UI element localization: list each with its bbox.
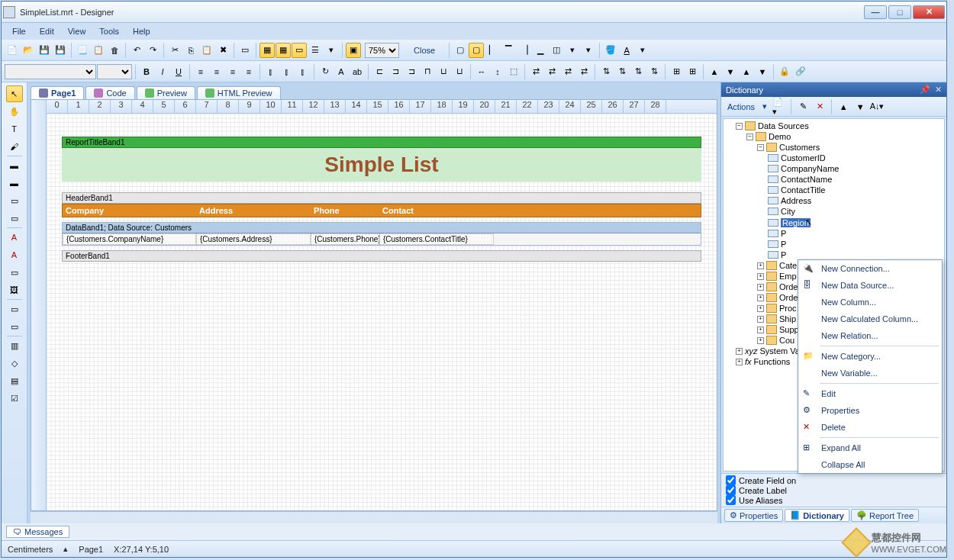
status-units-arrow[interactable]: ▴ — [63, 544, 68, 554]
send-back-icon[interactable]: ▼ — [723, 64, 738, 79]
pin-icon[interactable]: 📌 — [920, 85, 930, 94]
report-title-text[interactable]: Simple List — [62, 148, 701, 182]
ctx-new-column[interactable]: New Column... — [798, 294, 942, 311]
layout-align-center-icon[interactable]: ⊐ — [388, 64, 403, 79]
close-button[interactable]: ✕ — [913, 5, 945, 19]
grid-mode-icon[interactable]: ☰ — [308, 43, 323, 58]
status-units[interactable]: Centimeters — [8, 545, 53, 554]
footer-band[interactable]: FooterBand1 — [62, 250, 701, 262]
fill-color-icon[interactable]: 🪣 — [603, 43, 618, 58]
tab-preview[interactable]: Preview — [137, 86, 195, 99]
same-size-icon[interactable]: ⬚ — [506, 64, 521, 79]
designer-surface[interactable]: 0123456789101112131415161718192021222324… — [31, 99, 717, 511]
text-style-icon[interactable]: ▾ — [635, 43, 650, 58]
border-style-icon[interactable]: ▾ — [581, 43, 596, 58]
new-icon[interactable]: 📄 — [5, 43, 20, 58]
richtext-component-icon[interactable]: ▭ — [6, 264, 23, 281]
ctx-new-connection[interactable]: 🔌New Connection... — [798, 260, 942, 277]
text-tool-icon[interactable]: T — [6, 121, 23, 137]
cross-band-tool-icon[interactable]: ▬ — [6, 175, 23, 191]
rotate-icon[interactable]: ↻ — [317, 64, 333, 79]
save-icon[interactable]: 💾 — [37, 43, 52, 58]
align-center-icon[interactable]: ≡ — [209, 64, 224, 79]
check-use-aliases[interactable]: Use Aliases — [726, 495, 942, 505]
hspace-inc-icon[interactable]: ⇄ — [544, 64, 559, 79]
component-tool-icon[interactable]: ▭ — [6, 192, 23, 209]
band-tool-icon[interactable]: ▬ — [6, 157, 23, 174]
zoom-select[interactable]: 75% — [365, 43, 399, 58]
hand-tool-icon[interactable]: ✋ — [6, 103, 23, 120]
grid-show-icon[interactable]: ▦ — [259, 43, 275, 58]
check-create-label[interactable]: Create Label — [726, 485, 942, 495]
panel-close-icon[interactable]: ✕ — [935, 85, 942, 94]
fontcolor-icon[interactable]: A — [334, 64, 349, 79]
ctx-edit[interactable]: ✎Edit — [798, 385, 942, 402]
border-top-icon[interactable]: ▔ — [501, 43, 516, 58]
valign-top-icon[interactable]: ⫿ — [263, 64, 279, 79]
delpage-icon[interactable]: 🗑 — [107, 43, 122, 58]
layout-align-top-icon[interactable]: ⊓ — [420, 64, 435, 79]
hspace-remove-icon[interactable]: ⇄ — [576, 64, 591, 79]
text-component-icon[interactable]: A — [6, 229, 23, 246]
ctx-collapse-all[interactable]: Collapse All — [798, 456, 942, 473]
hspace-equal-icon[interactable]: ⇄ — [528, 64, 543, 79]
layout-align-right-icon[interactable]: ⊐ — [404, 64, 419, 79]
layout-align-bottom-icon[interactable]: ⊔ — [452, 64, 467, 79]
barcode-component-icon[interactable]: ▥ — [6, 337, 23, 354]
hspace-dec-icon[interactable]: ⇄ — [560, 64, 575, 79]
vspace-equal-icon[interactable]: ⇅ — [598, 64, 614, 79]
header-band[interactable]: Company Address Phone Contact — [62, 204, 701, 217]
move-backward-icon[interactable]: ▼ — [755, 64, 770, 79]
report-page[interactable]: ReportTitleBand1 Simple List HeaderBand1… — [47, 114, 717, 510]
copy-icon[interactable]: ⎘ — [183, 43, 198, 58]
ctx-properties[interactable]: ⚙Properties — [798, 402, 942, 419]
tab-code[interactable]: Code — [85, 86, 134, 99]
bold-icon[interactable]: B — [139, 64, 154, 79]
scrollbar-horizontal[interactable] — [31, 511, 717, 523]
checkbox-component-icon[interactable]: ☑ — [6, 390, 23, 407]
tab-properties[interactable]: ⚙Properties — [724, 509, 783, 522]
undo-icon[interactable]: ↶ — [129, 43, 144, 58]
format-copy-icon[interactable]: 🖌 — [6, 138, 23, 155]
data-band[interactable]: DataBand1; Data Source: Customers {Custo… — [62, 222, 701, 246]
center-horiz-icon[interactable]: ⊞ — [669, 64, 684, 79]
grid-snap-icon[interactable]: ▭ — [292, 43, 307, 58]
align-right-icon[interactable]: ≡ — [225, 64, 240, 79]
panel-component-icon[interactable]: ▭ — [6, 301, 23, 317]
ctx-new-relation[interactable]: New Relation... — [798, 327, 942, 344]
move-up-icon[interactable]: ▲ — [836, 99, 851, 114]
layout-align-left-icon[interactable]: ⊏ — [372, 64, 387, 79]
paste-icon[interactable]: 📋 — [199, 43, 214, 58]
new-item-icon[interactable]: 📄▾ — [772, 99, 787, 114]
tab-dictionary[interactable]: 📘Dictionary — [785, 509, 849, 522]
ctx-expand-all[interactable]: ⊞Expand All — [798, 439, 942, 456]
ctx-new-variable[interactable]: New Variable... — [798, 365, 942, 381]
font-name-select[interactable] — [5, 64, 96, 79]
tab-page1[interactable]: Page1 — [31, 86, 84, 99]
clone-tool-icon[interactable]: ▭ — [6, 210, 23, 227]
border-color-icon[interactable]: ▾ — [565, 43, 580, 58]
underline-icon[interactable]: U — [171, 64, 186, 79]
align-justify-icon[interactable]: ≡ — [241, 64, 256, 79]
newpage-icon[interactable]: 📃 — [75, 43, 90, 58]
grid-options-icon[interactable]: ▾ — [324, 43, 339, 58]
menu-file[interactable]: File — [6, 25, 32, 37]
layout-align-middle-icon[interactable]: ⊔ — [436, 64, 451, 79]
ctx-new-data-source[interactable]: 🗄New Data Source... — [798, 277, 942, 294]
header-band-label[interactable]: HeaderBand1 — [62, 192, 701, 204]
same-width-icon[interactable]: ↔ — [474, 64, 489, 79]
move-forward-icon[interactable]: ▲ — [739, 64, 754, 79]
border-none-icon[interactable]: ▢ — [469, 43, 484, 58]
redo-icon[interactable]: ↷ — [145, 43, 160, 58]
valign-bottom-icon[interactable]: ⫿ — [295, 64, 311, 79]
vspace-dec-icon[interactable]: ⇅ — [630, 64, 646, 79]
sort-icon[interactable]: A↓▾ — [869, 99, 885, 114]
cut-icon[interactable]: ✂ — [167, 43, 182, 58]
valign-middle-icon[interactable]: ⫿ — [279, 64, 295, 79]
border-right-icon[interactable]: ▕ — [517, 43, 532, 58]
lock-icon[interactable]: 🔒 — [777, 64, 792, 79]
image-component-icon[interactable]: 🖼 — [6, 282, 23, 298]
report-title-band[interactable]: ReportTitleBand1 — [62, 137, 701, 148]
ctx-delete[interactable]: ✕Delete — [798, 419, 942, 436]
open-icon[interactable]: 📂 — [21, 43, 36, 58]
